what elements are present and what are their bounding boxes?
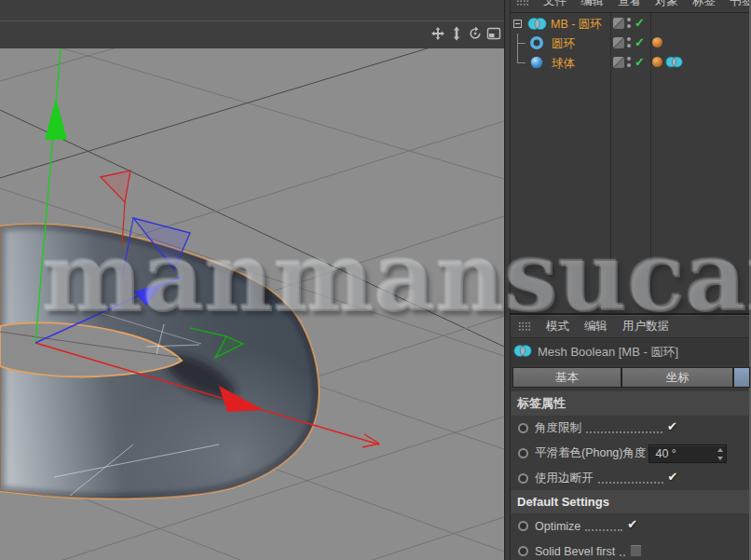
angle-limit-checkbox[interactable] (667, 422, 679, 434)
om-menu-bookmarks[interactable]: 书签 (730, 0, 749, 9)
phong-tag-icon[interactable] (652, 57, 662, 67)
object-name[interactable]: MB - 圆环 (551, 17, 602, 33)
tab-coordinates[interactable]: 坐标 (621, 367, 733, 388)
layer-toggle[interactable] (613, 18, 624, 29)
phong-angle-value: 40 ° (655, 447, 676, 460)
attribute-manager-menubar: 模式 编辑 用户数据 (511, 316, 749, 338)
object-name[interactable]: 圆环 (552, 36, 575, 52)
edge-breaks-checkbox[interactable] (668, 472, 680, 485)
property-label: 平滑着色(Phong)角度 (535, 445, 646, 461)
object-row-mb-boolean[interactable]: MB - 圆环 (511, 14, 749, 34)
property-row-solid-bevel: Solid Bevel first (511, 539, 749, 560)
property-row-angle-limit: 角度限制 (511, 416, 749, 441)
viewport-controls (430, 26, 501, 41)
boolean-tag-icon[interactable] (665, 55, 683, 72)
pan-icon[interactable] (430, 26, 445, 41)
om-menu-file[interactable]: 文件 (543, 0, 567, 9)
dotted-leader (585, 529, 622, 531)
object-manager-menubar: 文件 编辑 查看 对象 标签 书签 (511, 0, 749, 11)
header-divider (0, 20, 504, 21)
tab-basic[interactable]: 基本 (512, 367, 621, 388)
attribute-tabs: 基本 坐标 (511, 365, 749, 390)
optimize-checkbox[interactable] (627, 520, 639, 532)
attribute-object-title: Mesh Boolean [MB - 圆环] (538, 344, 678, 361)
enabled-check-icon[interactable] (635, 35, 645, 49)
section-header-default-settings[interactable]: Default Settings (511, 490, 749, 513)
phong-tag-icon[interactable] (652, 37, 662, 48)
property-row-phong-angle: 平滑着色(Phong)角度 40 ° (511, 441, 749, 466)
property-label: 角度限制 (535, 420, 581, 436)
property-row-optimize: Optimize (511, 513, 749, 539)
keyframe-circle-icon[interactable] (518, 546, 528, 556)
om-menu-tags[interactable]: 标签 (692, 0, 716, 9)
property-label: Solid Bevel first (535, 545, 615, 558)
viewport-header-bar (0, 0, 505, 48)
drag-grip-icon[interactable] (516, 0, 529, 7)
property-row-edge-breaks: 使用边断开 (511, 466, 749, 490)
keyframe-circle-icon[interactable] (518, 473, 528, 484)
layer-toggle[interactable] (613, 57, 624, 68)
om-menu-edit[interactable]: 编辑 (580, 0, 604, 9)
viewport-scene (0, 48, 504, 560)
phong-angle-input[interactable]: 40 ° (649, 444, 727, 463)
torus-icon (529, 35, 544, 53)
keyframe-circle-icon[interactable] (518, 423, 528, 433)
enabled-check-icon[interactable] (635, 16, 645, 30)
rotate-icon[interactable] (468, 26, 483, 41)
zoom-icon[interactable] (449, 26, 464, 41)
drag-grip-icon[interactable] (518, 321, 531, 332)
mesh-boolean-icon (513, 343, 532, 362)
maximize-icon[interactable] (486, 26, 501, 41)
dotted-leader (586, 431, 662, 433)
am-menu-userdata[interactable]: 用户数据 (622, 319, 669, 335)
om-menu-view[interactable]: 查看 (618, 0, 641, 9)
visibility-dots[interactable] (627, 56, 631, 69)
dotted-leader (620, 554, 625, 556)
am-menu-mode[interactable]: 模式 (546, 319, 569, 335)
visibility-dots[interactable] (627, 36, 631, 49)
visibility-dots[interactable] (627, 17, 631, 30)
attribute-object-header: Mesh Boolean [MB - 圆环] (511, 339, 749, 365)
solid-bevel-checkbox[interactable] (630, 545, 642, 557)
object-name[interactable]: 球体 (552, 56, 575, 72)
spinner-icon[interactable] (717, 447, 724, 461)
viewport-canvas[interactable] (0, 48, 505, 560)
tab-active-partial[interactable] (733, 367, 750, 388)
sphere-icon (529, 55, 544, 73)
am-menu-edit[interactable]: 编辑 (584, 319, 608, 335)
divider (511, 12, 749, 13)
om-menu-objects[interactable]: 对象 (655, 0, 678, 9)
section-header-tag-properties[interactable]: 标签属性 (511, 391, 749, 416)
mesh-boolean-icon (527, 16, 547, 34)
enabled-check-icon[interactable] (635, 55, 645, 69)
dotted-leader (598, 482, 663, 484)
keyframe-circle-icon[interactable] (518, 448, 528, 458)
object-row-torus[interactable]: 圆环 (511, 34, 749, 53)
keyframe-circle-icon[interactable] (518, 521, 528, 531)
property-label: Optimize (535, 520, 580, 533)
object-row-sphere[interactable]: 球体 (511, 53, 749, 73)
collapse-toggle-icon[interactable] (513, 20, 522, 28)
right-panel: 文件 编辑 查看 对象 标签 书签 MB - 圆环 圆环 (510, 0, 751, 560)
property-label: 使用边断开 (535, 471, 594, 486)
layer-toggle[interactable] (613, 37, 624, 48)
c4d-window: { "colors": { "object_text_orange": "#e8… (0, 0, 751, 560)
